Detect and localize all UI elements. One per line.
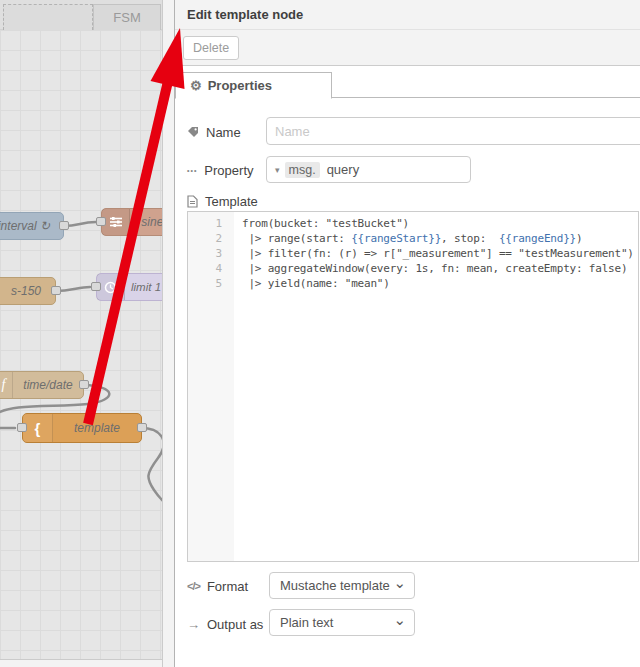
line-number: 1: [188, 216, 234, 231]
code-lines: 1from(bucket: "testBucket")2 |> range(st…: [188, 216, 638, 291]
property-type-chip[interactable]: msg.: [285, 162, 320, 178]
code-line[interactable]: 5 |> yield(name: "mean"): [188, 276, 638, 291]
code-line[interactable]: 1from(bucket: "testBucket"): [188, 216, 638, 231]
function-icon: f: [0, 372, 13, 398]
clock-icon: [97, 274, 125, 300]
input-port[interactable]: [17, 423, 27, 432]
format-select-value: Mustache template: [280, 578, 390, 593]
line-number: 4: [188, 261, 234, 276]
property-value[interactable]: query: [320, 162, 360, 177]
edit-template-dialog: Edit template node Delete ⚙ Properties N…: [174, 0, 640, 667]
gear-icon: ⚙: [190, 78, 202, 93]
flow-tab-partial[interactable]: [3, 4, 93, 30]
template-field-label: Template: [187, 193, 258, 209]
workspace-vertical-scrollbar[interactable]: [162, 0, 174, 667]
caret-down-icon[interactable]: ▾: [267, 165, 285, 175]
dialog-button-row: Delete: [175, 30, 640, 66]
dialog-tabs: ⚙ Properties: [175, 66, 640, 98]
tab-properties[interactable]: ⚙ Properties: [175, 72, 332, 99]
code-line[interactable]: 4 |> aggregateWindow(every: 1s, fn: mean…: [188, 261, 638, 276]
code-icon: </>: [187, 580, 200, 592]
property-field-label: ••• Property: [187, 162, 254, 178]
output-port[interactable]: [137, 423, 147, 432]
output-port[interactable]: [79, 380, 89, 389]
ellipsis-icon: •••: [187, 167, 197, 174]
format-field-label: </> Format: [187, 578, 248, 594]
code-line[interactable]: 3 |> filter(fn: (r) => r["_measurement"]…: [188, 246, 638, 261]
code-line[interactable]: 2 |> range(start: {{rangeStart}}, stop: …: [188, 231, 638, 246]
output-select[interactable]: Plain text ⌄: [269, 609, 415, 636]
name-input[interactable]: [266, 117, 640, 145]
flow-node-s150[interactable]: s-150: [0, 277, 56, 305]
flow-workspace[interactable]: FSM interval ↻ sineW s-150: [0, 0, 162, 667]
input-port[interactable]: [91, 282, 101, 291]
tag-icon: [187, 126, 199, 138]
sliders-icon: [102, 209, 130, 235]
output-port[interactable]: [51, 286, 61, 295]
flow-node-timedate[interactable]: f time/date: [0, 371, 84, 399]
format-select[interactable]: Mustache template ⌄: [269, 572, 415, 599]
line-number: 2: [188, 231, 234, 246]
flow-node-sinewave[interactable]: sineW: [101, 208, 162, 236]
template-code-editor[interactable]: 1from(bucket: "testBucket")2 |> range(st…: [187, 211, 639, 562]
chevron-down-icon: ⌄: [393, 570, 406, 595]
name-field-label: Name: [187, 124, 241, 140]
template-brace-icon: {: [23, 414, 53, 442]
delete-button[interactable]: Delete: [183, 36, 239, 60]
flow-canvas[interactable]: [0, 30, 162, 667]
line-number: 5: [188, 276, 234, 291]
line-number: 3: [188, 246, 234, 261]
output-port[interactable]: [59, 221, 69, 230]
arrow-right-icon: →: [187, 617, 200, 632]
output-field-label: → Output as: [187, 616, 263, 632]
output-select-value: Plain text: [280, 615, 333, 630]
flow-tabbar: FSM: [0, 0, 162, 30]
flow-tab-fsm[interactable]: FSM: [93, 4, 161, 30]
flow-node-template[interactable]: { template: [22, 413, 142, 443]
dialog-title: Edit template node: [175, 0, 640, 30]
file-code-icon: [187, 195, 198, 208]
flow-node-interval[interactable]: interval ↻: [0, 212, 64, 240]
input-port[interactable]: [96, 217, 106, 226]
tab-properties-label: Properties: [208, 78, 272, 93]
flow-node-limit[interactable]: limit 1 ms: [96, 273, 162, 301]
workspace-horizontal-scrollbar[interactable]: [0, 659, 162, 667]
chevron-down-icon: ⌄: [393, 607, 406, 632]
property-typed-input[interactable]: ▾ msg. query: [266, 156, 471, 183]
node-red-app: FSM interval ↻ sineW s-150: [0, 0, 640, 667]
